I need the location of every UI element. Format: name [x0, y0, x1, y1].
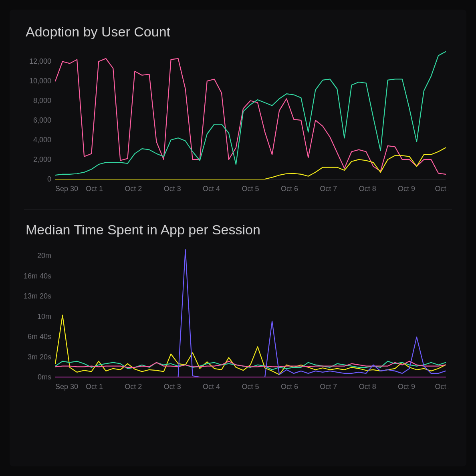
y-tick-label: 10m: [37, 313, 51, 321]
x-tick-label: Oct 2: [125, 185, 142, 193]
chart2-svg: 0ms3m 20s6m 40s10m13m 20s16m 40s20mSep 3…: [24, 246, 449, 395]
chart1: 02,0004,0006,0008,00010,00012,000Sep 30O…: [24, 48, 452, 198]
y-tick-label: 16m 40s: [24, 272, 51, 280]
x-tick-label: Oct 7: [320, 185, 337, 193]
x-tick-label: Oct 10: [435, 185, 449, 193]
x-tick-label: Sep 30: [55, 185, 78, 193]
x-tick-label: Oct 6: [281, 185, 298, 193]
x-tick-label: Oct 4: [203, 185, 220, 193]
series-series-a: [55, 58, 446, 174]
x-tick-label: Oct 4: [203, 383, 220, 391]
chart1-svg: 02,0004,0006,0008,00010,00012,000Sep 30O…: [24, 48, 449, 197]
chart2-title: Median Time Spent in App per Session: [26, 222, 452, 238]
chart2: 0ms3m 20s6m 40s10m13m 20s16m 40s20mSep 3…: [24, 246, 452, 396]
x-tick-label: Oct 10: [435, 383, 449, 391]
divider: [24, 210, 452, 210]
x-tick-label: Oct 3: [164, 185, 181, 193]
y-tick-label: 12,000: [29, 57, 51, 65]
dashboard-card: Adoption by User Count 02,0004,0006,0008…: [10, 10, 466, 466]
x-tick-label: Oct 1: [86, 185, 103, 193]
y-tick-label: 6,000: [33, 116, 51, 124]
x-tick-label: Oct 3: [164, 383, 181, 391]
y-tick-label: 0: [47, 175, 51, 183]
y-tick-label: 20m: [37, 252, 51, 260]
y-tick-label: 2,000: [33, 155, 51, 163]
chart1-title: Adoption by User Count: [26, 24, 452, 40]
x-tick-label: Oct 9: [398, 383, 415, 391]
series-series-purple: [55, 250, 446, 377]
x-tick-label: Oct 6: [281, 383, 298, 391]
y-tick-label: 3m 20s: [28, 353, 51, 361]
y-tick-label: 10,000: [29, 77, 51, 85]
y-tick-label: 0ms: [38, 373, 51, 381]
x-tick-label: Oct 1: [86, 383, 103, 391]
x-tick-label: Oct 9: [398, 185, 415, 193]
x-tick-label: Oct 5: [242, 383, 259, 391]
x-tick-label: Oct 7: [320, 383, 337, 391]
x-tick-label: Oct 5: [242, 185, 259, 193]
x-tick-label: Oct 8: [359, 185, 376, 193]
series-series-b: [55, 52, 446, 175]
y-tick-label: 4,000: [33, 136, 51, 144]
x-tick-label: Oct 2: [125, 383, 142, 391]
x-tick-label: Oct 8: [359, 383, 376, 391]
y-tick-label: 6m 40s: [28, 333, 51, 341]
x-tick-label: Sep 30: [55, 383, 78, 391]
series-series-c: [55, 148, 446, 179]
y-tick-label: 13m 20s: [24, 292, 51, 300]
y-tick-label: 8,000: [33, 97, 51, 105]
